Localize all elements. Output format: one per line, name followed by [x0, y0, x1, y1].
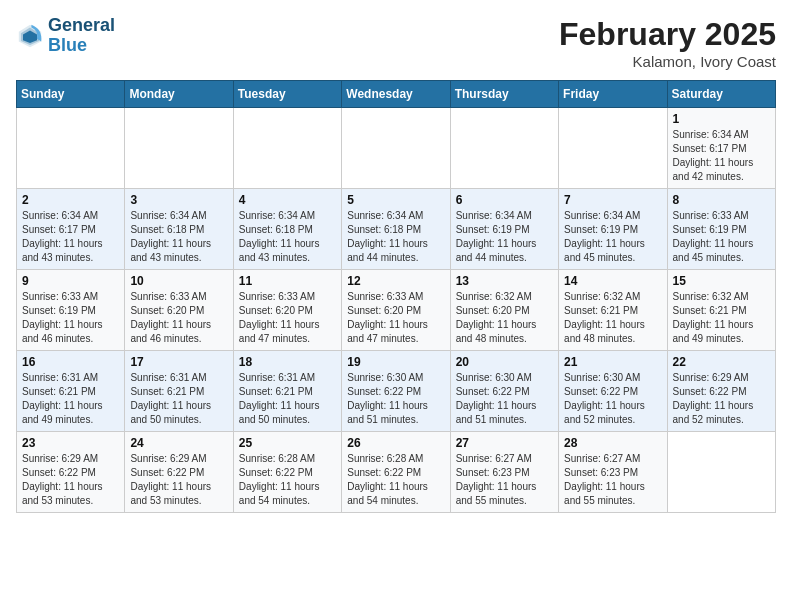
- calendar: SundayMondayTuesdayWednesdayThursdayFrid…: [16, 80, 776, 513]
- day-number: 10: [130, 274, 227, 288]
- day-number: 7: [564, 193, 661, 207]
- weekday-header-thursday: Thursday: [450, 81, 558, 108]
- day-cell: [125, 108, 233, 189]
- day-info: Sunrise: 6:34 AM Sunset: 6:18 PM Dayligh…: [130, 209, 227, 265]
- day-cell: 26Sunrise: 6:28 AM Sunset: 6:22 PM Dayli…: [342, 432, 450, 513]
- day-info: Sunrise: 6:34 AM Sunset: 6:18 PM Dayligh…: [347, 209, 444, 265]
- day-cell: 12Sunrise: 6:33 AM Sunset: 6:20 PM Dayli…: [342, 270, 450, 351]
- day-cell: 21Sunrise: 6:30 AM Sunset: 6:22 PM Dayli…: [559, 351, 667, 432]
- day-info: Sunrise: 6:34 AM Sunset: 6:17 PM Dayligh…: [673, 128, 770, 184]
- day-cell: 18Sunrise: 6:31 AM Sunset: 6:21 PM Dayli…: [233, 351, 341, 432]
- day-number: 9: [22, 274, 119, 288]
- day-info: Sunrise: 6:30 AM Sunset: 6:22 PM Dayligh…: [456, 371, 553, 427]
- day-cell: [233, 108, 341, 189]
- weekday-header-tuesday: Tuesday: [233, 81, 341, 108]
- day-info: Sunrise: 6:29 AM Sunset: 6:22 PM Dayligh…: [673, 371, 770, 427]
- day-number: 3: [130, 193, 227, 207]
- week-row-5: 23Sunrise: 6:29 AM Sunset: 6:22 PM Dayli…: [17, 432, 776, 513]
- day-info: Sunrise: 6:31 AM Sunset: 6:21 PM Dayligh…: [130, 371, 227, 427]
- day-info: Sunrise: 6:31 AM Sunset: 6:21 PM Dayligh…: [239, 371, 336, 427]
- day-number: 11: [239, 274, 336, 288]
- logo: General Blue: [16, 16, 115, 56]
- day-info: Sunrise: 6:34 AM Sunset: 6:17 PM Dayligh…: [22, 209, 119, 265]
- day-cell: 15Sunrise: 6:32 AM Sunset: 6:21 PM Dayli…: [667, 270, 775, 351]
- week-row-2: 2Sunrise: 6:34 AM Sunset: 6:17 PM Daylig…: [17, 189, 776, 270]
- day-cell: 8Sunrise: 6:33 AM Sunset: 6:19 PM Daylig…: [667, 189, 775, 270]
- weekday-header-sunday: Sunday: [17, 81, 125, 108]
- day-cell: 24Sunrise: 6:29 AM Sunset: 6:22 PM Dayli…: [125, 432, 233, 513]
- day-cell: 27Sunrise: 6:27 AM Sunset: 6:23 PM Dayli…: [450, 432, 558, 513]
- day-info: Sunrise: 6:34 AM Sunset: 6:19 PM Dayligh…: [456, 209, 553, 265]
- day-number: 1: [673, 112, 770, 126]
- month-title: February 2025: [559, 16, 776, 53]
- day-number: 4: [239, 193, 336, 207]
- day-cell: [450, 108, 558, 189]
- day-cell: 4Sunrise: 6:34 AM Sunset: 6:18 PM Daylig…: [233, 189, 341, 270]
- day-cell: 11Sunrise: 6:33 AM Sunset: 6:20 PM Dayli…: [233, 270, 341, 351]
- day-info: Sunrise: 6:34 AM Sunset: 6:19 PM Dayligh…: [564, 209, 661, 265]
- day-cell: 10Sunrise: 6:33 AM Sunset: 6:20 PM Dayli…: [125, 270, 233, 351]
- day-number: 18: [239, 355, 336, 369]
- weekday-header-monday: Monday: [125, 81, 233, 108]
- weekday-header-saturday: Saturday: [667, 81, 775, 108]
- day-cell: 20Sunrise: 6:30 AM Sunset: 6:22 PM Dayli…: [450, 351, 558, 432]
- day-cell: 14Sunrise: 6:32 AM Sunset: 6:21 PM Dayli…: [559, 270, 667, 351]
- day-number: 19: [347, 355, 444, 369]
- day-cell: 16Sunrise: 6:31 AM Sunset: 6:21 PM Dayli…: [17, 351, 125, 432]
- weekday-header-wednesday: Wednesday: [342, 81, 450, 108]
- day-number: 27: [456, 436, 553, 450]
- day-info: Sunrise: 6:27 AM Sunset: 6:23 PM Dayligh…: [564, 452, 661, 508]
- day-number: 26: [347, 436, 444, 450]
- day-cell: 13Sunrise: 6:32 AM Sunset: 6:20 PM Dayli…: [450, 270, 558, 351]
- day-info: Sunrise: 6:28 AM Sunset: 6:22 PM Dayligh…: [239, 452, 336, 508]
- day-info: Sunrise: 6:27 AM Sunset: 6:23 PM Dayligh…: [456, 452, 553, 508]
- calendar-body: 1Sunrise: 6:34 AM Sunset: 6:17 PM Daylig…: [17, 108, 776, 513]
- day-info: Sunrise: 6:28 AM Sunset: 6:22 PM Dayligh…: [347, 452, 444, 508]
- day-info: Sunrise: 6:33 AM Sunset: 6:19 PM Dayligh…: [22, 290, 119, 346]
- day-cell: 9Sunrise: 6:33 AM Sunset: 6:19 PM Daylig…: [17, 270, 125, 351]
- day-cell: 6Sunrise: 6:34 AM Sunset: 6:19 PM Daylig…: [450, 189, 558, 270]
- day-number: 14: [564, 274, 661, 288]
- day-cell: 1Sunrise: 6:34 AM Sunset: 6:17 PM Daylig…: [667, 108, 775, 189]
- day-cell: 22Sunrise: 6:29 AM Sunset: 6:22 PM Dayli…: [667, 351, 775, 432]
- day-cell: [342, 108, 450, 189]
- day-cell: 17Sunrise: 6:31 AM Sunset: 6:21 PM Dayli…: [125, 351, 233, 432]
- day-cell: 2Sunrise: 6:34 AM Sunset: 6:17 PM Daylig…: [17, 189, 125, 270]
- day-info: Sunrise: 6:32 AM Sunset: 6:20 PM Dayligh…: [456, 290, 553, 346]
- week-row-4: 16Sunrise: 6:31 AM Sunset: 6:21 PM Dayli…: [17, 351, 776, 432]
- week-row-3: 9Sunrise: 6:33 AM Sunset: 6:19 PM Daylig…: [17, 270, 776, 351]
- day-info: Sunrise: 6:29 AM Sunset: 6:22 PM Dayligh…: [22, 452, 119, 508]
- day-info: Sunrise: 6:33 AM Sunset: 6:20 PM Dayligh…: [347, 290, 444, 346]
- day-info: Sunrise: 6:34 AM Sunset: 6:18 PM Dayligh…: [239, 209, 336, 265]
- day-cell: 25Sunrise: 6:28 AM Sunset: 6:22 PM Dayli…: [233, 432, 341, 513]
- day-number: 21: [564, 355, 661, 369]
- day-info: Sunrise: 6:32 AM Sunset: 6:21 PM Dayligh…: [673, 290, 770, 346]
- day-number: 17: [130, 355, 227, 369]
- location-title: Kalamon, Ivory Coast: [559, 53, 776, 70]
- weekday-header-friday: Friday: [559, 81, 667, 108]
- day-number: 2: [22, 193, 119, 207]
- header: General Blue February 2025 Kalamon, Ivor…: [16, 16, 776, 70]
- day-number: 15: [673, 274, 770, 288]
- day-number: 25: [239, 436, 336, 450]
- day-cell: 23Sunrise: 6:29 AM Sunset: 6:22 PM Dayli…: [17, 432, 125, 513]
- day-cell: 5Sunrise: 6:34 AM Sunset: 6:18 PM Daylig…: [342, 189, 450, 270]
- day-number: 5: [347, 193, 444, 207]
- day-cell: [559, 108, 667, 189]
- day-cell: 3Sunrise: 6:34 AM Sunset: 6:18 PM Daylig…: [125, 189, 233, 270]
- day-cell: 7Sunrise: 6:34 AM Sunset: 6:19 PM Daylig…: [559, 189, 667, 270]
- day-number: 12: [347, 274, 444, 288]
- day-number: 20: [456, 355, 553, 369]
- day-info: Sunrise: 6:33 AM Sunset: 6:19 PM Dayligh…: [673, 209, 770, 265]
- logo-text: General Blue: [48, 16, 115, 56]
- day-cell: [667, 432, 775, 513]
- day-cell: 28Sunrise: 6:27 AM Sunset: 6:23 PM Dayli…: [559, 432, 667, 513]
- day-cell: 19Sunrise: 6:30 AM Sunset: 6:22 PM Dayli…: [342, 351, 450, 432]
- day-cell: [17, 108, 125, 189]
- day-info: Sunrise: 6:30 AM Sunset: 6:22 PM Dayligh…: [347, 371, 444, 427]
- day-info: Sunrise: 6:31 AM Sunset: 6:21 PM Dayligh…: [22, 371, 119, 427]
- day-info: Sunrise: 6:29 AM Sunset: 6:22 PM Dayligh…: [130, 452, 227, 508]
- day-number: 16: [22, 355, 119, 369]
- day-number: 6: [456, 193, 553, 207]
- day-info: Sunrise: 6:33 AM Sunset: 6:20 PM Dayligh…: [130, 290, 227, 346]
